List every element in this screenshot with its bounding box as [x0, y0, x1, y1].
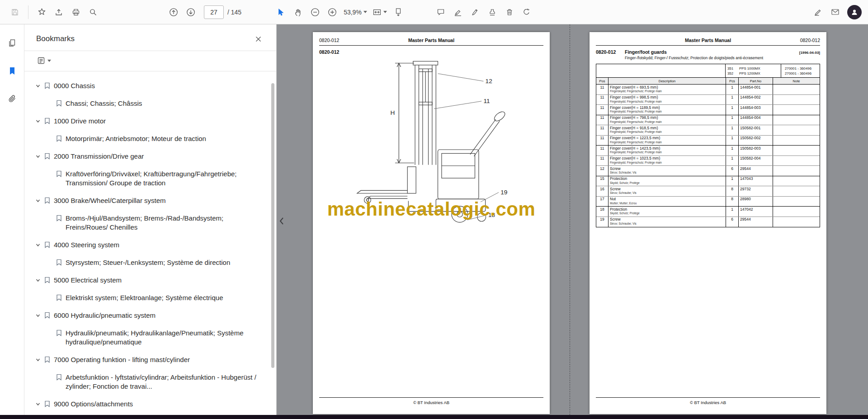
chevron-down-icon[interactable] — [34, 311, 42, 320]
bookmarks-panel: Bookmarks 0000 ChassisChassi; Chassis; C… — [24, 24, 277, 415]
close-panel-button[interactable] — [252, 33, 264, 45]
part-pos: 11 — [596, 85, 608, 94]
part-note — [773, 115, 820, 125]
chevron-down-icon[interactable] — [34, 240, 42, 250]
highlight-button[interactable] — [449, 4, 467, 21]
bookmark-subitem[interactable]: Motorprimär; Antriebsmotor; Moteur de tr… — [56, 130, 263, 147]
bookmark-item[interactable]: 5000 Electrical system — [34, 271, 263, 289]
pdf-page-right: Master Parts Manual 0820-012 0820-012 Fi… — [590, 32, 826, 414]
chevron-down-icon[interactable] — [34, 117, 42, 126]
share-button[interactable] — [50, 4, 67, 21]
chevron-down-icon[interactable] — [34, 400, 42, 409]
parts-table-row: 19ScrewSkruv; Schraube; Vis629544 — [596, 217, 820, 227]
part-pcs: 1 — [726, 207, 738, 217]
attachments-button[interactable] — [4, 90, 21, 108]
page-doc-code: 0820-012 — [319, 38, 364, 43]
part-note — [773, 156, 820, 166]
bookmarks-panel-button[interactable] — [4, 62, 21, 80]
next-page-button[interactable] — [182, 4, 199, 21]
sign-button[interactable] — [467, 4, 484, 21]
bookmark-label: Motorprimär; Antriebsmotor; Moteur de tr… — [66, 134, 206, 143]
delete-button[interactable] — [501, 4, 518, 21]
part-pos: 11 — [596, 156, 608, 166]
select-tool-button[interactable] — [272, 4, 289, 21]
chevron-down-icon[interactable] — [34, 152, 42, 161]
bookmark-options-button[interactable] — [34, 55, 54, 66]
comment-icon — [437, 8, 445, 16]
request-signature-button[interactable] — [809, 4, 826, 21]
hand-tool-button[interactable] — [289, 4, 307, 21]
bookmarks-panel-header: Bookmarks — [24, 24, 276, 51]
part-number: 29544 — [738, 166, 773, 176]
previous-page-button[interactable] — [165, 4, 182, 21]
find-button[interactable] — [85, 4, 102, 21]
part-pcs: 1 — [726, 136, 738, 146]
part-number: 29732 — [738, 186, 773, 196]
bookmark-subitem[interactable]: Hydraulik/pneumatik; Hydraulikanlage/Pne… — [56, 324, 263, 351]
chevron-down-icon — [383, 11, 387, 13]
part-number: 144854-001 — [738, 85, 773, 94]
bookmark-item[interactable]: 6000 Hydraulic/pneumatic system — [34, 306, 263, 324]
zoom-in-button[interactable] — [324, 4, 341, 21]
part-description: NutMutter; Mutter; Ecrou — [608, 197, 726, 207]
column-header: Part.No — [738, 78, 773, 84]
serial-range: 270001 - 360496 — [785, 66, 816, 71]
upload-icon — [55, 8, 63, 16]
part-note — [773, 207, 820, 217]
bookmark-item[interactable]: 2000 Transmission/Drive gear — [34, 147, 263, 165]
model-line: 352PPS 1200MX — [727, 71, 779, 75]
page-header-title: Master Parts Manual — [364, 38, 498, 43]
left-tool-rail — [0, 24, 24, 415]
bookmark-item[interactable]: 3000 Brake/Wheel/Caterpillar system — [34, 192, 263, 209]
bookmark-subitem[interactable]: Styrsystem; Steuer-/Lenksystem; Système … — [56, 254, 263, 271]
model-list: 351PPS 1000MX352PPS 1200MX — [726, 64, 781, 77]
bookmark-subitem[interactable]: Elektriskt system; Elektroanlage; Systèm… — [56, 289, 263, 306]
bookmark-subitem[interactable]: Arbetsfunktion - lyftstativ/cylindrar; A… — [56, 368, 263, 395]
part-description: Finger cover(H = 1423,5 mm)Fingerskydd; … — [608, 146, 726, 155]
part-description: ProtectionSkydd; Schutz; Protège — [608, 207, 726, 217]
chevron-down-icon[interactable] — [34, 81, 42, 90]
bookmark-label: Styrsystem; Steuer-/Lenksystem; Système … — [66, 258, 230, 267]
part-number: 28980 — [738, 197, 773, 207]
document-view-area[interactable]: 0820-012 Master Parts Manual 0820-012 — [277, 24, 868, 415]
undo-button[interactable] — [518, 4, 535, 21]
stamp-icon — [488, 8, 496, 16]
section-code: 0820-012 — [596, 49, 625, 55]
page-thumbnails-button[interactable] — [4, 34, 21, 52]
part-number: 147043 — [738, 176, 773, 186]
print-button[interactable] — [67, 4, 85, 21]
bookmark-item[interactable]: 9000 Options/attachments — [34, 395, 263, 413]
panel-scrollbar-thumb[interactable] — [271, 83, 274, 368]
part-pcs: 1 — [726, 176, 738, 186]
chevron-down-icon[interactable] — [34, 276, 42, 285]
page-number-input[interactable] — [204, 5, 224, 19]
chevron-down-icon[interactable] — [34, 355, 42, 364]
bookmarks-options-row — [24, 51, 276, 71]
bookmark-subitem[interactable]: Kraftöverföring/Drivväxel; Kraftübertrag… — [56, 165, 263, 192]
email-button[interactable] — [826, 4, 844, 21]
parts-table-row: 12ScrewSkruv; Schraube; Vis629544 — [596, 166, 820, 176]
save-button[interactable] — [6, 4, 24, 21]
bookmark-item[interactable]: 7000 Operating funktion - lifting mast/c… — [34, 351, 263, 368]
favorite-button[interactable] — [33, 4, 50, 21]
chevron-down-icon[interactable] — [34, 196, 42, 205]
column-header: Pcs — [726, 78, 738, 84]
scroll-mode-button[interactable] — [390, 4, 407, 21]
save-icon — [11, 8, 19, 16]
comment-button[interactable] — [432, 4, 449, 21]
plus-circle-icon — [327, 7, 337, 17]
collapse-panel-button[interactable] — [278, 213, 286, 229]
stamp-button[interactable] — [484, 4, 501, 21]
bookmark-subitem[interactable]: Chassi; Chassis; Châssis — [56, 94, 263, 112]
hand-icon — [294, 8, 302, 16]
zoom-level-dropdown[interactable]: 53,9% — [341, 5, 370, 20]
taskbar-strip — [0, 415, 868, 419]
bookmark-subitem[interactable]: Broms-/Hjul/Bandsystem; Brems-/Rad-/Band… — [56, 209, 263, 236]
zoom-out-button[interactable] — [307, 4, 324, 21]
parts-table-row: 11Finger cover(H = 998,5 mm)Fingerskydd;… — [596, 95, 820, 105]
bookmark-item[interactable]: 4000 Steering system — [34, 236, 263, 254]
bookmark-item[interactable]: 1000 Drive motor — [34, 112, 263, 130]
account-avatar[interactable] — [847, 5, 862, 19]
bookmark-item[interactable]: 0000 Chassis — [34, 77, 263, 94]
fit-width-dropdown[interactable] — [370, 5, 390, 20]
